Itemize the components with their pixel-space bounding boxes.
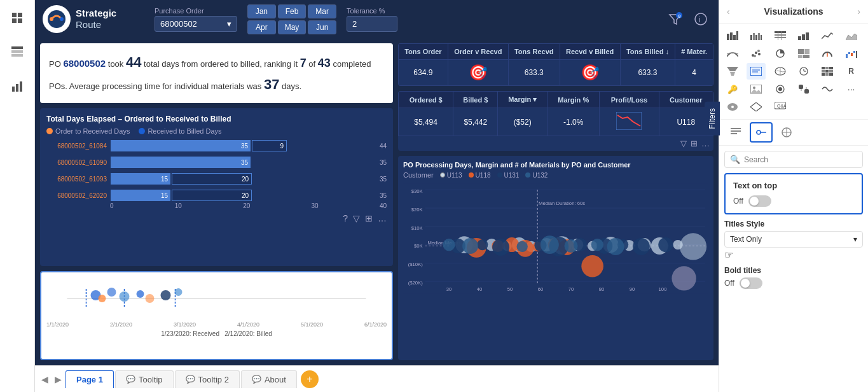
- vis-icon-funnel[interactable]: [723, 63, 742, 80]
- info-text: PO 68000502 took 44 total days from orde…: [49, 59, 371, 91]
- vis-icon-r[interactable]: R: [842, 63, 861, 80]
- vis-tab-format[interactable]: [750, 122, 773, 143]
- po-dropdown[interactable]: 68000502 ▾: [155, 16, 237, 32]
- vis-icon-qna[interactable]: Q&A: [771, 99, 790, 115]
- vis-icon-radio[interactable]: [771, 81, 790, 97]
- svg-rect-129: [856, 51, 857, 58]
- svg-point-117: [754, 55, 756, 57]
- th-num-mater[interactable]: # Mater.: [675, 44, 713, 60]
- vis-icon-scatter[interactable]: [747, 45, 766, 62]
- vis-icon-waterfall[interactable]: [842, 45, 861, 62]
- vis-icon-python[interactable]: [794, 81, 813, 97]
- th-recvd-v-billed[interactable]: Recvd v Billed: [560, 44, 620, 60]
- bottom-tabs: ◀ ▶ Page 1 💬 Tooltip 💬 Tooltip 2 💬 About…: [35, 365, 719, 392]
- svg-rect-9: [20, 81, 22, 92]
- right-panel: Tons Order Order v Recvd Tons Recvd Recv…: [398, 43, 713, 360]
- th-tons-order[interactable]: Tons Order: [399, 44, 448, 60]
- tab-tooltip2-label: Tooltip 2: [198, 375, 229, 384]
- logo-text: Strategic Route: [76, 8, 116, 31]
- tab-tooltip2[interactable]: 💬 Tooltip 2: [175, 370, 240, 388]
- vis-icon-more-dots[interactable]: ···: [842, 81, 861, 97]
- text-on-top-toggle-row: Off: [733, 195, 854, 207]
- vis-icon-treemap[interactable]: [794, 45, 813, 62]
- svg-rect-145: [829, 70, 833, 73]
- vis-icon-gauge[interactable]: [818, 45, 837, 62]
- svg-text:Q&A: Q&A: [777, 104, 786, 109]
- svg-rect-1: [18, 13, 22, 17]
- jan-btn[interactable]: Jan: [247, 4, 276, 18]
- tab-page1[interactable]: Page 1: [65, 370, 114, 388]
- vis-arrow-right[interactable]: ›: [857, 6, 860, 17]
- more-tbl-icon[interactable]: …: [701, 139, 710, 148]
- expand-icon[interactable]: ⊞: [365, 213, 373, 223]
- vis-icon-matrix[interactable]: [818, 63, 837, 80]
- vis-icon-ribbon[interactable]: [723, 45, 742, 62]
- jun-btn[interactable]: Jun: [308, 20, 336, 34]
- vis-arrow-left[interactable]: ‹: [727, 6, 730, 17]
- filter-icon[interactable]: ⚙: [665, 9, 685, 29]
- svg-marker-130: [727, 67, 738, 71]
- vis-icon-filled-map[interactable]: [723, 99, 742, 115]
- tab-about[interactable]: 💬 About: [241, 370, 297, 388]
- vis-icon-clock[interactable]: [794, 63, 813, 80]
- filter-chart-icon[interactable]: ▽: [353, 213, 360, 223]
- vis-icon-card[interactable]: [747, 63, 766, 80]
- th-order-v-recvd[interactable]: Order v Recvd: [448, 44, 508, 60]
- vis-icon-stacked[interactable]: [794, 27, 813, 44]
- chart-icon[interactable]: [6, 75, 29, 98]
- tab-prev-btn[interactable]: ◀: [39, 374, 51, 384]
- vis-tab-fields[interactable]: [724, 122, 747, 143]
- vis-icon-key[interactable]: 🔑: [723, 81, 742, 97]
- titles-style-dropdown[interactable]: Text Only ▾: [724, 231, 863, 248]
- vis-icon-line[interactable]: [818, 27, 837, 44]
- vis-title: Visualizations: [764, 6, 823, 17]
- svg-rect-4: [11, 46, 23, 49]
- th-margin-pct[interactable]: Margin %: [548, 92, 600, 108]
- toggle-off-label: Off: [733, 197, 743, 206]
- vis-icon-map[interactable]: [771, 63, 790, 80]
- bold-titles-toggle[interactable]: [740, 277, 762, 289]
- chevron-down-icon: ▾: [853, 235, 857, 244]
- th-profit-loss[interactable]: Profit/Loss: [600, 92, 659, 108]
- text-on-top-toggle[interactable]: [748, 195, 771, 207]
- vis-icon-bar[interactable]: [723, 27, 742, 44]
- vis-icon-area[interactable]: [842, 27, 861, 44]
- filter-tbl-icon[interactable]: ▽: [680, 139, 687, 148]
- vis-tab-analytics[interactable]: [775, 122, 798, 143]
- question-icon[interactable]: ?: [343, 213, 348, 223]
- svg-rect-5: [11, 50, 23, 53]
- chart-legend: Order to Received Days Received to Bille…: [46, 127, 387, 135]
- feb-btn[interactable]: Feb: [278, 4, 307, 18]
- tab-next-btn[interactable]: ▶: [52, 374, 64, 384]
- info-icon[interactable]: i: [691, 9, 711, 29]
- th-billed[interactable]: Billed $: [453, 92, 498, 108]
- svg-rect-141: [825, 67, 829, 69]
- search-input[interactable]: [744, 155, 857, 164]
- apr-btn[interactable]: Apr: [247, 20, 276, 34]
- vis-icon-diamond[interactable]: [747, 99, 766, 115]
- grid-icon[interactable]: [6, 6, 29, 29]
- vis-icon-pie[interactable]: [771, 45, 790, 62]
- tolerance-input[interactable]: [347, 16, 397, 32]
- th-margin[interactable]: Margin ▾: [498, 92, 548, 108]
- expand-tbl-icon[interactable]: ⊞: [691, 139, 698, 148]
- th-tons-recvd[interactable]: Tons Recvd: [508, 44, 560, 60]
- vis-icon-custom1[interactable]: [818, 81, 837, 97]
- svg-rect-105: [761, 35, 762, 40]
- vis-search-box[interactable]: 🔍: [724, 151, 863, 168]
- th-ordered[interactable]: Ordered $: [399, 92, 453, 108]
- toggle-thumb: [750, 197, 759, 206]
- mar-btn[interactable]: Mar: [308, 4, 336, 18]
- may-btn[interactable]: May: [278, 20, 307, 34]
- vis-icon-cluster[interactable]: [747, 27, 766, 44]
- table-icon[interactable]: [6, 41, 29, 64]
- tab-tooltip[interactable]: 💬 Tooltip: [115, 370, 174, 388]
- more-icon[interactable]: …: [378, 213, 387, 223]
- vis-icon-table[interactable]: [771, 27, 790, 44]
- svg-point-70: [581, 255, 603, 277]
- filters-tab[interactable]: Filters: [705, 102, 720, 136]
- th-tons-billed[interactable]: Tons Billed: [620, 44, 675, 60]
- table-row: $5,494 $5,442 ($52) -1.0% U118: [399, 108, 713, 136]
- add-tab-btn[interactable]: +: [301, 370, 319, 388]
- vis-icon-image[interactable]: [747, 81, 766, 97]
